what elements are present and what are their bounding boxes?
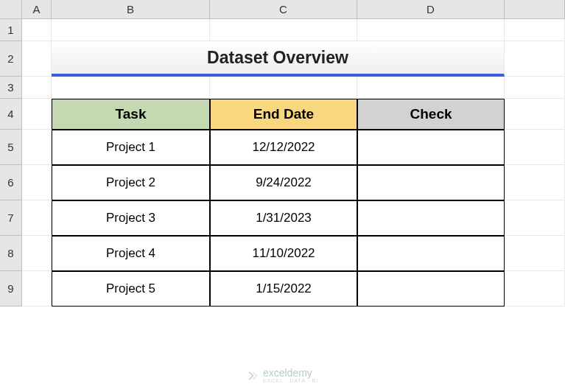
row-header-8[interactable]: 8 [0, 236, 22, 271]
row-header-7[interactable]: 7 [0, 200, 22, 236]
cell-e3[interactable] [505, 77, 565, 99]
cell-b5[interactable]: Project 1 [52, 130, 210, 165]
cell-e9[interactable] [505, 271, 565, 307]
cell-c6[interactable]: 9/24/2022 [210, 165, 357, 200]
watermark-text: exceldemy EXCEL · DATA · BI [263, 368, 318, 383]
cell-b6[interactable]: Project 2 [52, 165, 210, 200]
cell-d9[interactable] [357, 271, 505, 307]
col-header-b[interactable]: B [52, 0, 210, 19]
cell-b9[interactable]: Project 5 [52, 271, 210, 307]
header-end-date[interactable]: End Date [210, 99, 357, 130]
cell-c8[interactable]: 11/10/2022 [210, 236, 357, 271]
cell-a2[interactable] [22, 41, 52, 77]
cell-a9[interactable] [22, 271, 52, 307]
cell-c1[interactable] [210, 19, 357, 41]
cell-a6[interactable] [22, 165, 52, 200]
cell-c9[interactable]: 1/15/2022 [210, 271, 357, 307]
col-header-a[interactable]: A [22, 0, 52, 19]
cell-c7[interactable]: 1/31/2023 [210, 200, 357, 236]
cell-b1[interactable] [52, 19, 210, 41]
cell-d8[interactable] [357, 236, 505, 271]
row-header-4[interactable]: 4 [0, 99, 22, 130]
cell-e4[interactable] [505, 99, 565, 130]
col-header-c[interactable]: C [210, 0, 357, 19]
cell-a5[interactable] [22, 130, 52, 165]
cell-c3[interactable] [210, 77, 357, 99]
header-task[interactable]: Task [52, 99, 210, 130]
watermark-sub: EXCEL · DATA · BI [263, 378, 318, 383]
exceldemy-logo-icon [247, 370, 259, 382]
spreadsheet-grid: A B C D 1 2 Dataset Overview 3 4 Task En… [0, 0, 565, 307]
cell-d5[interactable] [357, 130, 505, 165]
cell-e5[interactable] [505, 130, 565, 165]
cell-b8[interactable]: Project 4 [52, 236, 210, 271]
cell-d7[interactable] [357, 200, 505, 236]
cell-a3[interactable] [22, 77, 52, 99]
cell-e1[interactable] [505, 19, 565, 41]
cell-a8[interactable] [22, 236, 52, 271]
col-header-d[interactable]: D [357, 0, 505, 19]
row-header-3[interactable]: 3 [0, 77, 22, 99]
watermark: exceldemy EXCEL · DATA · BI [247, 368, 318, 383]
row-header-9[interactable]: 9 [0, 271, 22, 307]
cell-a7[interactable] [22, 200, 52, 236]
row-header-6[interactable]: 6 [0, 165, 22, 200]
cell-a4[interactable] [22, 99, 52, 130]
row-header-2[interactable]: 2 [0, 41, 22, 77]
watermark-main: exceldemy [263, 368, 318, 378]
cell-d3[interactable] [357, 77, 505, 99]
cell-a1[interactable] [22, 19, 52, 41]
header-check[interactable]: Check [357, 99, 505, 130]
select-all-corner[interactable] [0, 0, 22, 19]
cell-e8[interactable] [505, 236, 565, 271]
title-cell[interactable]: Dataset Overview [52, 41, 505, 77]
cell-d6[interactable] [357, 165, 505, 200]
cell-e7[interactable] [505, 200, 565, 236]
row-header-5[interactable]: 5 [0, 130, 22, 165]
cell-b7[interactable]: Project 3 [52, 200, 210, 236]
cell-e6[interactable] [505, 165, 565, 200]
cell-b3[interactable] [52, 77, 210, 99]
cell-d1[interactable] [357, 19, 505, 41]
cell-c5[interactable]: 12/12/2022 [210, 130, 357, 165]
col-header-blank[interactable] [505, 0, 565, 19]
row-header-1[interactable]: 1 [0, 19, 22, 41]
cell-e2[interactable] [505, 41, 565, 77]
